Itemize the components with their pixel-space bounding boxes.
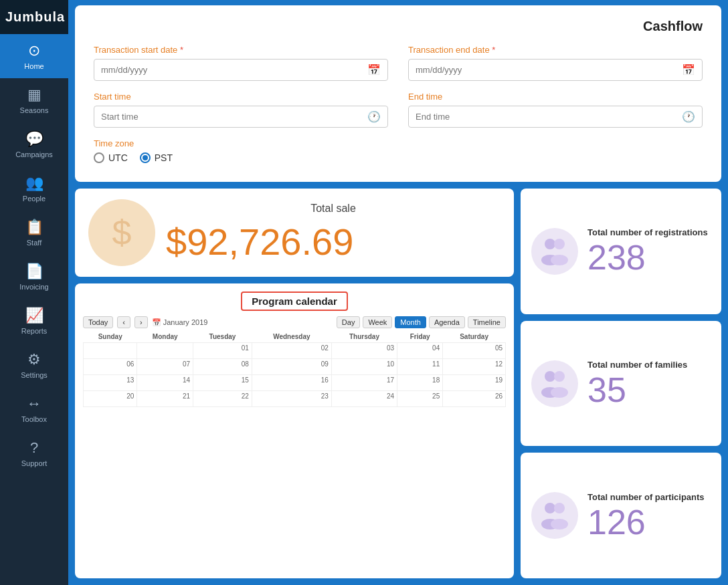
monday-header: Monday bbox=[137, 331, 193, 343]
sidebar-item-people[interactable]: 👥 People bbox=[0, 166, 68, 211]
calendar-day-cell[interactable]: 02 bbox=[252, 343, 331, 359]
clock-icon[interactable]: 🕐 bbox=[367, 110, 381, 123]
cashflow-card: Cashflow Transaction start date * 📅 Tran… bbox=[75, 5, 721, 182]
registrations-info: Total number of registrations 238 bbox=[587, 227, 711, 275]
calendar-day-cell[interactable]: 09 bbox=[252, 359, 331, 375]
start-date-input-wrapper[interactable]: 📅 bbox=[94, 59, 388, 81]
calendar-day-cell[interactable]: 15 bbox=[193, 375, 252, 391]
timeline-view-button[interactable]: Timeline bbox=[468, 316, 506, 328]
calendar-icon-small: 📅 bbox=[152, 318, 161, 327]
prev-button[interactable]: ‹ bbox=[117, 316, 130, 328]
calendar-day-cell[interactable]: 01 bbox=[193, 343, 252, 359]
end-time-input[interactable] bbox=[416, 112, 682, 122]
sidebar-item-settings[interactable]: ⚙ Settings bbox=[0, 343, 68, 387]
people-icon: 👥 bbox=[25, 174, 43, 192]
end-date-input[interactable] bbox=[416, 65, 682, 75]
next-button[interactable]: › bbox=[134, 316, 148, 328]
campaigns-icon: 💬 bbox=[25, 130, 43, 148]
participants-label: Total number of participants bbox=[587, 492, 711, 502]
families-value: 35 bbox=[587, 372, 711, 407]
calendar-icon[interactable]: 📅 bbox=[682, 64, 695, 76]
sidebar-item-staff[interactable]: 📋 Staff bbox=[0, 211, 68, 255]
timezone-radio-group: UTC PST bbox=[94, 152, 703, 163]
participants-info: Total number of participants 126 bbox=[587, 492, 711, 540]
calendar-day-cell[interactable]: 26 bbox=[443, 391, 506, 407]
pst-radio-dot bbox=[143, 155, 148, 160]
reports-icon: 📈 bbox=[25, 307, 43, 324]
calendar-day-cell[interactable]: 07 bbox=[137, 359, 193, 375]
clock-icon[interactable]: 🕐 bbox=[682, 110, 695, 123]
today-button[interactable]: Today bbox=[83, 316, 113, 328]
calendar-day-cell[interactable]: 24 bbox=[331, 391, 397, 407]
pst-radio[interactable]: PST bbox=[140, 152, 173, 163]
utc-radio[interactable]: UTC bbox=[94, 152, 128, 163]
sidebar-item-home[interactable]: ⊙ Home bbox=[0, 34, 68, 78]
thursday-header: Thursday bbox=[331, 331, 397, 343]
sidebar-item-label: People bbox=[23, 195, 46, 203]
time-row: Start time 🕐 End time 🕐 bbox=[94, 92, 703, 128]
calendar-icon[interactable]: 📅 bbox=[367, 64, 381, 76]
sidebar-item-label: Toolbox bbox=[21, 415, 47, 423]
calendar-day-cell[interactable]: 14 bbox=[137, 375, 193, 391]
sidebar-item-invoicing[interactable]: 📄 Invoicing bbox=[0, 255, 68, 299]
sidebar-item-label: Support bbox=[21, 459, 48, 467]
sidebar-item-reports[interactable]: 📈 Reports bbox=[0, 299, 68, 343]
sidebar-item-label: Reports bbox=[21, 327, 48, 335]
sidebar-item-seasons[interactable]: ▦ Seasons bbox=[0, 78, 68, 122]
left-column: $ Total sale $92,726.69 Program calendar… bbox=[75, 189, 514, 578]
main-content: Cashflow Transaction start date * 📅 Tran… bbox=[68, 0, 728, 585]
families-label: Total number of families bbox=[587, 360, 711, 370]
calendar-day-cell[interactable]: 12 bbox=[443, 359, 506, 375]
svg-point-3 bbox=[551, 255, 568, 265]
calendar-day-cell[interactable]: 17 bbox=[331, 375, 397, 391]
saturday-header: Saturday bbox=[443, 331, 506, 343]
people-group-icon bbox=[538, 235, 571, 268]
sunday-header: Sunday bbox=[84, 331, 137, 343]
month-view-button[interactable]: Month bbox=[395, 316, 426, 328]
end-time-input-wrapper[interactable]: 🕐 bbox=[408, 106, 703, 128]
end-time-group: End time 🕐 bbox=[408, 92, 703, 128]
calendar-day-cell[interactable]: 21 bbox=[137, 391, 193, 407]
start-date-input[interactable] bbox=[101, 65, 367, 75]
calendar-header: Program calendar bbox=[83, 291, 506, 311]
start-time-input-wrapper[interactable]: 🕐 bbox=[94, 106, 388, 128]
tuesday-header: Tuesday bbox=[193, 331, 252, 343]
calendar-day-cell[interactable]: 23 bbox=[252, 391, 331, 407]
registrations-card: Total number of registrations 238 bbox=[521, 189, 721, 314]
calendar-day-cell[interactable]: 20 bbox=[84, 391, 137, 407]
week-view-button[interactable]: Week bbox=[363, 316, 392, 328]
sidebar-item-toolbox[interactable]: ↔ Toolbox bbox=[0, 387, 68, 431]
calendar-day-cell[interactable]: 22 bbox=[193, 391, 252, 407]
calendar-day-cell[interactable]: 08 bbox=[193, 359, 252, 375]
calendar-day-cell[interactable]: 11 bbox=[397, 359, 443, 375]
calendar-day-cell[interactable]: 05 bbox=[443, 343, 506, 359]
agenda-view-button[interactable]: Agenda bbox=[429, 316, 465, 328]
calendar-day-cell[interactable]: 25 bbox=[397, 391, 443, 407]
start-time-input[interactable] bbox=[101, 112, 367, 122]
calendar-header-row: Sunday Monday Tuesday Wednesday Thursday… bbox=[84, 331, 506, 343]
registrations-value: 238 bbox=[587, 240, 711, 275]
sidebar-item-campaigns[interactable]: 💬 Campaigns bbox=[0, 122, 68, 166]
calendar-day-cell[interactable]: 18 bbox=[397, 375, 443, 391]
calendar-day-cell[interactable] bbox=[137, 343, 193, 359]
start-time-group: Start time 🕐 bbox=[94, 92, 388, 128]
sidebar-item-label: Staff bbox=[27, 239, 41, 247]
end-date-label: Transaction end date * bbox=[408, 45, 703, 55]
calendar-day-cell[interactable]: 16 bbox=[252, 375, 331, 391]
start-date-group: Transaction start date * 📅 bbox=[94, 45, 388, 81]
sale-info: Total sale $92,726.69 bbox=[166, 203, 500, 263]
sidebar-item-label: Invoicing bbox=[19, 283, 48, 291]
sidebar-item-support[interactable]: ? Support bbox=[0, 431, 68, 475]
calendar-day-cell[interactable]: 13 bbox=[84, 375, 137, 391]
calendar-day-cell[interactable]: 03 bbox=[331, 343, 397, 359]
calendar-day-cell[interactable] bbox=[84, 343, 137, 359]
sidebar-item-label: Settings bbox=[21, 371, 48, 379]
calendar-day-cell[interactable]: 19 bbox=[443, 375, 506, 391]
calendar-day-cell[interactable]: 04 bbox=[397, 343, 443, 359]
cashflow-title: Cashflow bbox=[94, 19, 703, 34]
end-date-input-wrapper[interactable]: 📅 bbox=[408, 59, 703, 81]
calendar-day-cell[interactable]: 06 bbox=[84, 359, 137, 375]
day-view-button[interactable]: Day bbox=[337, 316, 361, 328]
sale-amount: $92,726.69 bbox=[166, 220, 500, 263]
calendar-day-cell[interactable]: 10 bbox=[331, 359, 397, 375]
